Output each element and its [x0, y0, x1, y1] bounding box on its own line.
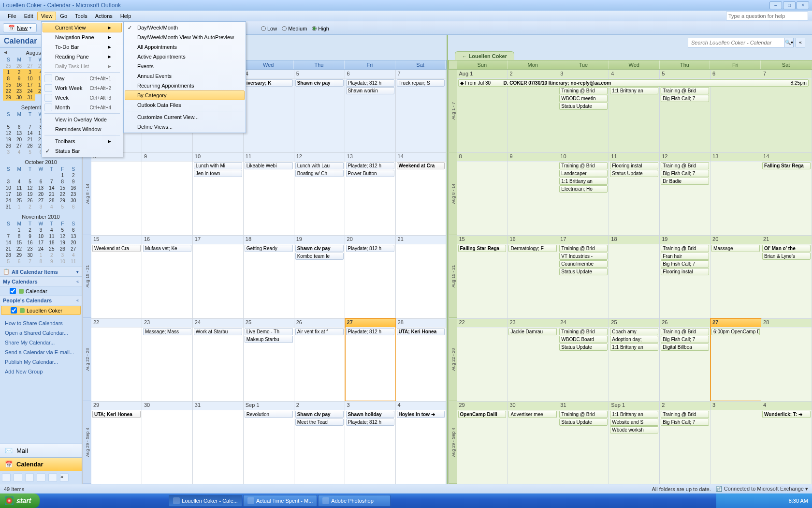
day-cell[interactable]: 15Weekend at Cra: [91, 235, 142, 318]
ql-icon[interactable]: [100, 495, 108, 506]
calendar-event[interactable]: Training @ Brid: [559, 87, 608, 94]
menu-item[interactable]: Reminders Window: [43, 124, 122, 134]
day-cell[interactable]: 17: [193, 235, 244, 318]
day-cell[interactable]: 15Falling Star Rega: [457, 235, 508, 318]
day-cell[interactable]: 276:00pm OpenCamp Dallas 2010 Att: [710, 318, 761, 401]
calendar-event[interactable]: Big Fish Call; 7: [661, 95, 709, 102]
calendar-search-input[interactable]: [688, 38, 784, 47]
configure-icon[interactable]: »: [60, 473, 69, 482]
arrow-left-icon[interactable]: ←: [462, 54, 467, 59]
calendar-event[interactable]: Revolution: [245, 411, 293, 418]
calendar-event[interactable]: Fran hair: [661, 253, 709, 260]
calendar-event[interactable]: Lunch with Lau: [295, 162, 344, 169]
day-cell[interactable]: 11Flooring instalStatus Update: [609, 152, 660, 235]
calendar-event[interactable]: Makeup Starbu: [245, 336, 293, 343]
day-cell[interactable]: 18Getting Ready: [244, 235, 294, 318]
menu-actions[interactable]: Actions: [91, 12, 116, 20]
day-cell[interactable]: 8: [91, 152, 142, 235]
menu-tools[interactable]: Tools: [71, 12, 91, 20]
day-cell[interactable]: 23Jackie Damrau: [508, 318, 558, 401]
menu-item[interactable]: DayCtrl+Alt+1: [43, 74, 122, 83]
day-cell[interactable]: 8: [457, 152, 508, 235]
calendar-event[interactable]: Jen in town: [194, 170, 242, 177]
calendar-event[interactable]: Dr Badie: [661, 178, 709, 185]
calendar-event[interactable]: Shawn civ pay: [295, 79, 344, 87]
calendar-event[interactable]: Shawn civ pay: [295, 245, 344, 252]
tasks-icon[interactable]: [14, 473, 22, 482]
calendar-event[interactable]: Brian & Lyne's: [762, 253, 811, 260]
folders-icon[interactable]: [37, 473, 45, 482]
ql-icon[interactable]: [158, 495, 166, 506]
day-cell[interactable]: 31Training @ BridStatus Update: [558, 401, 609, 484]
day-cell[interactable]: 9: [508, 152, 558, 235]
event-banner[interactable]: ◆ From Jul 30D. COKER 07/30/10 Itinerary…: [458, 79, 809, 87]
day-cell[interactable]: 12Lunch with LauBoating w/ Ch: [294, 152, 345, 235]
calendar-event[interactable]: Massage: [711, 245, 760, 252]
day-cell[interactable]: Sep 11:1 Brittany anWebsite and SWbodc w…: [609, 401, 660, 484]
ql-icon[interactable]: [148, 495, 157, 506]
day-cell[interactable]: 10Lunch with MiJen in town: [193, 152, 244, 235]
ql-icon[interactable]: [61, 495, 70, 506]
menu-item[interactable]: Toolbars▶: [43, 136, 122, 146]
calendar-event[interactable]: Falling Star Rega: [762, 162, 811, 169]
calendar-event[interactable]: 6:00pm OpenCamp Dallas 2010 Att: [711, 328, 760, 335]
day-cell[interactable]: 22: [91, 318, 142, 401]
menu-item[interactable]: ✓Status Bar: [43, 146, 122, 156]
ql-icon[interactable]: [109, 495, 118, 506]
calendar-event[interactable]: Work at Starbu: [194, 328, 242, 335]
ql-icon[interactable]: [71, 495, 79, 506]
menu-item[interactable]: Reading Pane▶: [43, 52, 122, 61]
calendar-event[interactable]: Training @ Brid: [559, 328, 608, 335]
calendar-event[interactable]: Flooring instal: [610, 162, 658, 169]
calendar-event[interactable]: Hoyles in tow ➜: [397, 411, 445, 418]
day-cell[interactable]: 28: [761, 318, 812, 401]
menu-item[interactable]: All Appointments: [125, 42, 245, 52]
nav-calendar[interactable]: 📅Calendar: [0, 457, 82, 471]
tray-icon[interactable]: [769, 497, 776, 504]
calendar-event[interactable]: Training @ Brid: [661, 328, 709, 335]
ql-icon[interactable]: [90, 495, 99, 506]
calendar-event[interactable]: Boating w/ Ch: [295, 170, 344, 177]
calendar-event[interactable]: Big Fish Call; 7: [661, 418, 709, 426]
calendar-event[interactable]: 1:1 Brittany an: [610, 87, 658, 94]
sidebar-link[interactable]: How to Share Calendars: [5, 318, 77, 328]
calendar-event[interactable]: Weekend at Cra: [397, 162, 445, 169]
day-cell[interactable]: 24Training @ BridWBODC BoardStatus Updat…: [558, 318, 609, 401]
calendar-event[interactable]: Lunch with Mi: [194, 162, 242, 169]
calendar-event[interactable]: Playdate; 812 h: [346, 162, 394, 169]
day-cell[interactable]: 21Ol' Man o' theBrian & Lyne's: [761, 235, 812, 318]
day-cell[interactable]: 29OpenCamp Dalli: [457, 401, 508, 484]
calendar-event[interactable]: Playdate; 812 h: [346, 79, 394, 87]
menu-item[interactable]: By Category: [125, 90, 245, 100]
menu-item[interactable]: Navigation Pane▶: [43, 32, 122, 42]
help-search-input[interactable]: [726, 12, 808, 20]
calendar-event[interactable]: Ol' Man o' the: [762, 245, 811, 252]
calendar-event[interactable]: iversary; K: [245, 79, 293, 87]
day-cell[interactable]: 31: [193, 401, 244, 484]
menu-file[interactable]: File: [4, 12, 20, 20]
day-cell[interactable]: 13Playdate; 812 hPower Button: [345, 152, 396, 235]
calendar-event[interactable]: Wbodc worksh: [610, 426, 658, 433]
calendar-event[interactable]: Status Update: [559, 268, 608, 275]
calendar-event[interactable]: Power Button: [346, 170, 394, 177]
menu-item[interactable]: Customize Current View...: [125, 112, 245, 122]
group-my-calendars[interactable]: My Calendars«: [0, 277, 82, 286]
calendar-event[interactable]: Shawn workin: [346, 87, 394, 94]
day-cell[interactable]: 26Air vent fix at f: [294, 318, 345, 401]
calendar-event[interactable]: Massage; Mass: [143, 328, 191, 335]
day-cell[interactable]: Sep 1Revolution: [244, 401, 294, 484]
calendar-event[interactable]: Advertiser mee: [508, 411, 557, 418]
day-cell[interactable]: 21: [396, 235, 447, 318]
sidebar-link[interactable]: Send a Calendar via E-mail...: [5, 347, 77, 357]
menu-item[interactable]: To-Do Bar▶: [43, 42, 122, 52]
calendar-event[interactable]: Councilmembe: [559, 260, 608, 268]
calendar-event[interactable]: Status Update: [559, 103, 608, 110]
calendar-event[interactable]: Training @ Brid: [661, 245, 709, 252]
calendar-event[interactable]: Likeable Webi: [245, 162, 293, 169]
maximize-button[interactable]: □: [783, 1, 796, 9]
tray-icon[interactable]: [728, 497, 735, 504]
tray-icon[interactable]: [753, 497, 760, 504]
start-button[interactable]: start: [0, 493, 40, 508]
ql-icon[interactable]: [51, 495, 60, 506]
day-cell[interactable]: 19Training @ BridFran hairBig Fish Call;…: [660, 235, 710, 318]
